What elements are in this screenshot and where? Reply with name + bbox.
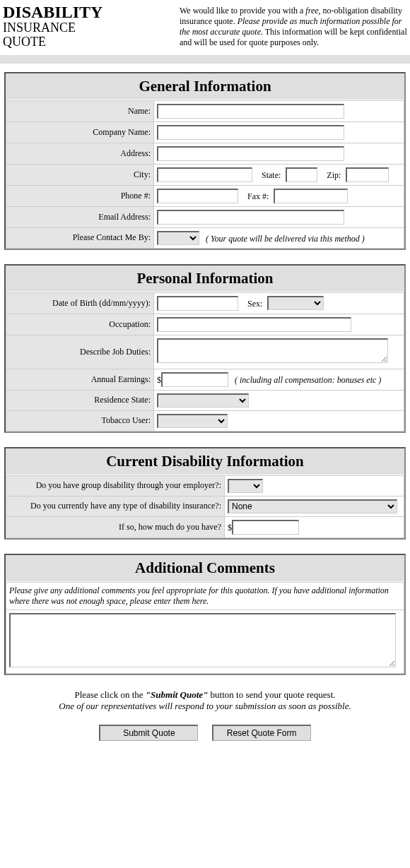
label-phone: Phone #: bbox=[6, 185, 154, 206]
section-title: Personal Information bbox=[6, 266, 404, 292]
label-how-much: If so, how much do you have? bbox=[6, 516, 225, 537]
dob-input[interactable] bbox=[157, 296, 238, 311]
title-line3: QUOTE bbox=[3, 35, 180, 49]
address-input[interactable] bbox=[157, 146, 344, 161]
email-input[interactable] bbox=[157, 210, 344, 225]
label-name: Name: bbox=[6, 100, 154, 121]
divider bbox=[0, 55, 410, 64]
label-state: State: bbox=[262, 170, 281, 180]
section-title: General Information bbox=[6, 73, 404, 100]
button-row: Submit Quote Reset Quote Form bbox=[0, 725, 410, 741]
label-zip: Zip: bbox=[327, 170, 341, 180]
state-input[interactable] bbox=[286, 167, 317, 182]
sex-select[interactable] bbox=[267, 296, 324, 310]
section-comments: Additional Comments Please give any addi… bbox=[4, 554, 406, 675]
section-general: General Information Name: Company Name: … bbox=[4, 72, 406, 250]
label-earnings: Annual Earnings: bbox=[6, 369, 154, 390]
label-sex: Sex: bbox=[247, 299, 262, 309]
label-company: Company Name: bbox=[6, 121, 154, 143]
label-tobacco: Tobacco User: bbox=[6, 410, 154, 431]
company-input[interactable] bbox=[157, 125, 344, 140]
label-city: City: bbox=[6, 164, 154, 185]
phone-input[interactable] bbox=[157, 189, 238, 203]
fax-input[interactable] bbox=[274, 189, 348, 203]
title-block: DISABILITY INSURANCE QUOTE bbox=[3, 3, 180, 49]
page-header: DISABILITY INSURANCE QUOTE We would like… bbox=[0, 0, 410, 55]
label-residence: Residence State: bbox=[6, 390, 154, 410]
label-address: Address: bbox=[6, 143, 154, 164]
residence-select[interactable] bbox=[157, 393, 249, 408]
label-occupation: Occupation: bbox=[6, 314, 154, 335]
group-disability-select[interactable] bbox=[228, 479, 263, 493]
label-any-q: Do you currently have any type of disabi… bbox=[6, 496, 225, 516]
how-much-input[interactable] bbox=[232, 520, 299, 535]
label-fax: Fax #: bbox=[247, 191, 269, 201]
section-personal: Personal Information Date of Birth (dd/m… bbox=[4, 264, 406, 433]
label-contact-by: Please Contact Me By: bbox=[6, 227, 154, 248]
section-current: Current Disability Information Do you ha… bbox=[4, 447, 406, 540]
contact-by-select[interactable] bbox=[157, 231, 199, 245]
label-duties: Describe Job Duties: bbox=[6, 335, 154, 369]
comments-textarea[interactable] bbox=[9, 613, 396, 667]
section-title: Additional Comments bbox=[6, 555, 404, 582]
label-dob: Date of Birth (dd/mm/yyyy): bbox=[6, 292, 154, 314]
label-email: Email Address: bbox=[6, 206, 154, 227]
contact-note: ( Your quote will be delivered via this … bbox=[206, 233, 365, 243]
name-input[interactable] bbox=[157, 104, 344, 119]
title-line1: DISABILITY bbox=[3, 3, 180, 21]
footer-text: Please click on the "Submit Quote" butto… bbox=[7, 689, 403, 712]
occupation-input[interactable] bbox=[157, 317, 351, 332]
duties-textarea[interactable] bbox=[157, 338, 388, 363]
reset-button[interactable]: Reset Quote Form bbox=[212, 725, 311, 741]
intro-text: We would like to provide you with a free… bbox=[180, 3, 407, 49]
city-input[interactable] bbox=[157, 167, 252, 182]
submit-button[interactable]: Submit Quote bbox=[99, 725, 198, 741]
label-group-q: Do you have group disability through you… bbox=[6, 475, 225, 496]
tobacco-select[interactable] bbox=[157, 414, 228, 428]
section-title: Current Disability Information bbox=[6, 448, 404, 475]
earnings-note: ( including all compensation: bonuses et… bbox=[235, 375, 381, 385]
earnings-input[interactable] bbox=[161, 372, 228, 387]
zip-input[interactable] bbox=[346, 167, 389, 182]
title-line2: INSURANCE bbox=[3, 21, 180, 35]
any-disability-select[interactable]: None bbox=[228, 499, 397, 513]
comments-note: Please give any additional comments you … bbox=[6, 582, 404, 610]
